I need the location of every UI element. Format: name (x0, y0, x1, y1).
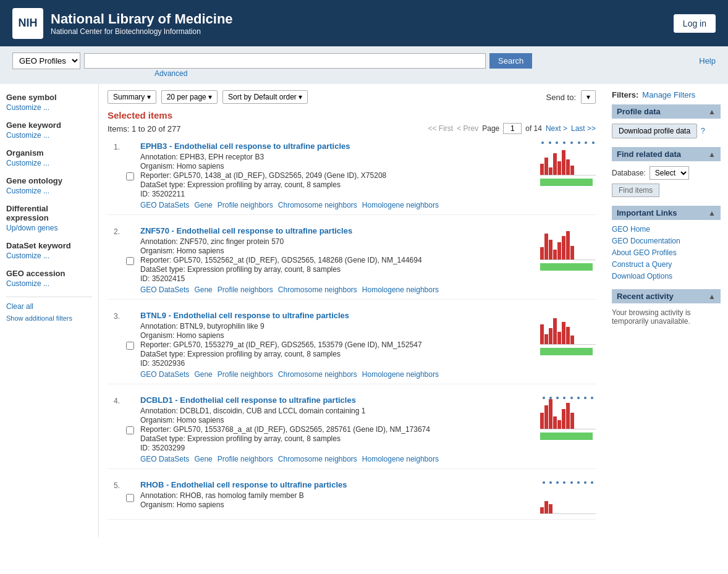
gene-link[interactable]: Gene (194, 285, 212, 294)
sidebar-show-filters[interactable]: Show additional filters (6, 314, 92, 322)
find-related-title: Find related data (617, 150, 681, 159)
prev-page-link[interactable]: < Prev (457, 124, 478, 133)
database-select[interactable]: Select (650, 166, 689, 180)
important-links-collapse[interactable]: ▲ (708, 209, 716, 217)
recent-activity-section: Recent activity ▲ Your browsing activity… (612, 289, 721, 326)
profile-neighbors-link[interactable]: Profile neighbors (218, 201, 273, 209)
sidebar-organism: Organism Customize ... (6, 148, 92, 167)
right-panel: Filters: Manage Filters Profile data ▲ D… (604, 84, 728, 537)
manage-filters-link[interactable]: Manage Filters (642, 90, 695, 99)
sidebar-diff-expression-label: Differential expression (6, 204, 92, 222)
items-count: Items: 1 to 20 of 277 (108, 124, 181, 133)
next-page-link[interactable]: Next > (546, 124, 567, 133)
per-page-dropdown[interactable]: 20 per page ▾ (161, 90, 218, 104)
selected-items-title: Selected items (108, 110, 596, 120)
gene-link[interactable]: Gene (194, 370, 212, 379)
nih-logo: NIH (12, 8, 43, 39)
page-label: Page (482, 124, 499, 133)
sidebar-updown-genes[interactable]: Up/down genes (6, 224, 92, 232)
chromosome-neighbors-link[interactable]: Chromosome neighbors (278, 455, 357, 463)
advanced-search-link[interactable]: Advanced (154, 69, 716, 78)
page-number-input[interactable] (503, 123, 522, 134)
result-checkbox[interactable] (126, 397, 134, 463)
search-category-select[interactable]: GEO Profiles (12, 53, 80, 69)
first-page-link[interactable]: << First (428, 124, 454, 133)
sidebar-dataset-keyword-label: DataSet keyword (6, 241, 92, 250)
homologene-neighbors-link[interactable]: Homologene neighbors (362, 455, 439, 463)
sort-dropdown[interactable]: Sort by Default order ▾ (222, 90, 308, 104)
download-options-link[interactable]: Download Options (612, 272, 721, 281)
result-checkbox[interactable] (126, 313, 134, 379)
geo-datasets-link[interactable]: GEO DataSets (140, 285, 189, 294)
summary-dropdown[interactable]: Summary ▾ (108, 90, 156, 104)
result-body: DCBLD1 - Endothelial cell response to ul… (140, 395, 534, 463)
result-number: 4. (108, 395, 120, 463)
sidebar-dataset-keyword-customize[interactable]: Customize ... (6, 251, 92, 260)
geo-home-link[interactable]: GEO Home (612, 225, 721, 234)
geo-documentation-link[interactable]: GEO Documentation (612, 237, 721, 245)
chromosome-neighbors-link[interactable]: Chromosome neighbors (278, 370, 357, 379)
geo-datasets-link[interactable]: GEO DataSets (140, 201, 189, 209)
gene-link[interactable]: Gene (194, 201, 212, 209)
gene-link[interactable]: Gene (194, 455, 212, 463)
homologene-neighbors-link[interactable]: Homologene neighbors (362, 201, 439, 209)
help-link[interactable]: Help (699, 56, 716, 65)
help-icon[interactable]: ? (701, 127, 705, 135)
search-button[interactable]: Search (489, 53, 532, 69)
profile-neighbors-link[interactable]: Profile neighbors (218, 455, 273, 463)
header-title: National Library of Medicine National Ce… (51, 11, 233, 36)
profile-neighbors-link[interactable]: Profile neighbors (218, 285, 273, 294)
sidebar-clear-all[interactable]: Clear all (6, 302, 92, 311)
result-dataset-type: DataSet type: Expression profiling by ar… (140, 265, 534, 274)
result-annotation: Annotation: ZNF570, zinc finger protein … (140, 237, 534, 246)
recent-activity-collapse[interactable]: ▲ (708, 292, 716, 301)
result-title-link[interactable]: DCBLD1 - Endothelial cell response to ul… (140, 395, 534, 405)
result-id: ID: 35202936 (140, 359, 534, 368)
chromosome-neighbors-link[interactable]: Chromosome neighbors (278, 201, 357, 209)
profile-data-title: Profile data (617, 107, 661, 116)
result-title-link[interactable]: EPHB3 - Endothelial cell response to ult… (140, 141, 534, 151)
sidebar-gene-ontology-customize[interactable]: Customize ... (6, 187, 92, 195)
result-checkbox[interactable] (126, 143, 134, 209)
result-title-link[interactable]: BTNL9 - Endothelial cell response to ult… (140, 311, 534, 320)
sidebar-gene-keyword: Gene keyword Customize ... (6, 120, 92, 140)
result-body: ZNF570 - Endothelial cell response to ul… (140, 226, 534, 294)
download-profile-btn[interactable]: Download profile data (612, 124, 697, 138)
result-number: 2. (108, 226, 120, 294)
result-organism: Organism: Homo sapiens (140, 162, 534, 171)
last-page-link[interactable]: Last >> (571, 124, 596, 133)
login-button[interactable]: Log in (674, 14, 716, 33)
result-checkbox[interactable] (126, 482, 134, 514)
profile-data-collapse[interactable]: ▲ (708, 108, 716, 116)
sidebar-gene-symbol-customize[interactable]: Customize ... (6, 103, 92, 112)
result-checkbox[interactable] (126, 228, 134, 294)
find-related-collapse[interactable]: ▲ (708, 150, 716, 159)
profile-data-section: Profile data ▲ Download profile data ? (612, 104, 721, 138)
send-to-dropdown[interactable]: ▾ (581, 90, 596, 104)
sidebar-gene-keyword-customize[interactable]: Customize ... (6, 131, 92, 140)
find-related-header: Find related data ▲ (612, 147, 721, 161)
result-chart (540, 311, 596, 379)
geo-datasets-link[interactable]: GEO DataSets (140, 370, 189, 379)
sidebar-geo-accession-customize[interactable]: Customize ... (6, 279, 92, 288)
site-subtitle: National Center for Biotechnology Inform… (51, 27, 233, 36)
site-header: NIH National Library of Medicine Nationa… (0, 0, 728, 46)
chromosome-neighbors-link[interactable]: Chromosome neighbors (278, 285, 357, 294)
result-title-link[interactable]: ZNF570 - Endothelial cell response to ul… (140, 226, 534, 235)
result-number: 1. (108, 141, 120, 209)
search-input[interactable] (84, 53, 486, 69)
construct-query-link[interactable]: Construct a Query (612, 260, 721, 269)
sidebar: Gene symbol Customize ... Gene keyword C… (0, 84, 99, 537)
sidebar-organism-customize[interactable]: Customize ... (6, 159, 92, 167)
profile-data-header: Profile data ▲ (612, 104, 721, 119)
result-title-link[interactable]: RHOB - Endothelial cell response to ultr… (140, 480, 534, 489)
homologene-neighbors-link[interactable]: Homologene neighbors (362, 285, 439, 294)
find-items-button[interactable]: Find items (612, 184, 659, 197)
homologene-neighbors-link[interactable]: Homologene neighbors (362, 370, 439, 379)
profile-neighbors-link[interactable]: Profile neighbors (218, 370, 273, 379)
result-reporter: Reporter: GPL570, 1438_at (ID_REF), GDS2… (140, 171, 534, 180)
result-links: GEO DataSets Gene Profile neighbors Chro… (140, 201, 534, 209)
geo-datasets-link[interactable]: GEO DataSets (140, 455, 189, 463)
result-organism: Organism: Homo sapiens (140, 331, 534, 340)
about-geo-profiles-link[interactable]: About GEO Profiles (612, 248, 721, 257)
